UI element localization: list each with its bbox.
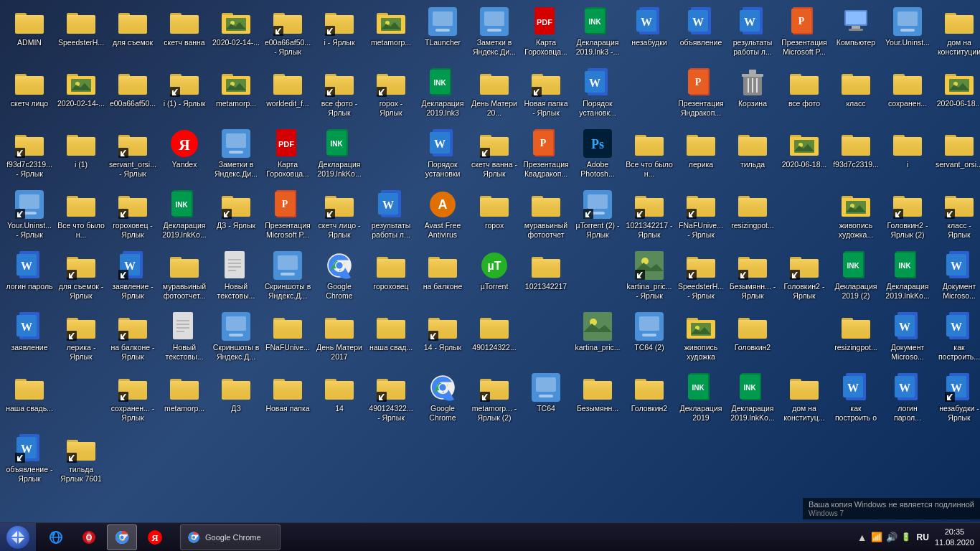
desktop-icon-dlya-syemok[interactable]: для съемок <box>107 4 159 65</box>
tray-network-icon[interactable]: 📶 <box>871 532 882 542</box>
desktop-icon-adobe-photoshop[interactable]: Ps Adobe Photosh... <box>572 126 623 187</box>
desktop-icon-tilda-yarlyk[interactable]: тильда Ярлык 7601 <box>55 430 107 491</box>
desktop-icon-1021342217[interactable]: 1021342217 <box>520 248 572 309</box>
desktop-icon-vse-chto-bylo-n-2[interactable]: Все что было н... <box>55 187 107 248</box>
desktop-icon-1021342217-yarlyk[interactable]: 1021342217 - Ярлык <box>623 187 675 248</box>
desktop-icon-prezentaciya-kvadrakop-1[interactable]: P Презентация Квадракоп... <box>520 126 572 187</box>
desktop-icon-lerika[interactable]: лерика <box>675 126 727 187</box>
desktop-icon-worldedit-f[interactable]: worldedit_f... <box>262 65 314 126</box>
desktop-icon-klass-yarlyk[interactable]: класс - Ярлык <box>933 187 980 248</box>
desktop-icon-deklaraciya-2019-inkko[interactable]: INK Декларация 2019.lnkKo... <box>314 126 365 187</box>
desktop-icon-muraviny-foto-2[interactable]: муравьиный фотоотчет... <box>159 248 210 309</box>
desktop-icon-skech-lico-yarlyk[interactable]: скетч лицо - Ярлык <box>314 187 365 248</box>
desktop-icon-sohranyon[interactable]: сохранен... <box>882 65 933 126</box>
desktop-icon-result-raboty-1[interactable]: W результаты работы л... <box>727 4 778 65</box>
desktop-icon-login-parol[interactable]: W логин пароль <box>4 248 55 309</box>
desktop-icon-prezentaciya-yan[interactable]: P Презентация Яндракоп... <box>675 65 727 126</box>
desktop-icon-google-chrome-2[interactable]: Google Chrome <box>417 369 468 430</box>
desktop-icon-den-materi-2020[interactable]: День Матери 20... <box>468 65 520 126</box>
desktop-icon-dokument-microso-2[interactable]: W Документ Microso... <box>882 309 933 369</box>
desktop-icon-na-balkone[interactable]: на балконе <box>417 248 468 309</box>
taskbar-ie-button[interactable] <box>41 524 71 550</box>
desktop-icon-vse-foto-yarlyk[interactable]: все фото - Ярлык <box>314 65 365 126</box>
desktop-icon-kak-postroit-1[interactable]: W как построить... <box>933 309 980 369</box>
desktop-icon-karta-gorohovca-1[interactable]: PDF Карта Гороховца... <box>520 4 572 65</box>
desktop-icon-deklaraciya-2019-inkko-3[interactable]: INK Декларация 2019.lnkKo... <box>882 248 933 309</box>
desktop-icon-skrinshotyi-yandex-2[interactable]: Скриншоты в Яндекс.Д... <box>210 309 262 369</box>
desktop-icon-novaya-papka[interactable]: Новая папка <box>262 369 314 430</box>
desktop-icon-i-yarlyk[interactable]: i - Ярлык <box>314 4 365 65</box>
desktop-icon-utorrent2-yarlyk[interactable]: µTorrent (2) - Ярлык <box>572 187 623 248</box>
desktop-icon-deklaraciya-2019-2[interactable]: INK Декларация 2019 (2) <box>830 248 882 309</box>
desktop-icon-tilda[interactable]: тильда <box>727 126 778 187</box>
desktop-icon-vse-foto[interactable]: все фото <box>778 65 830 126</box>
desktop-icon-noviy-tekstovy[interactable]: Новый текстовы... <box>210 248 262 309</box>
desktop-icon-skech-lico[interactable]: скетч лицо <box>4 65 55 126</box>
desktop-icon-metamorp-1[interactable]: metamorp... <box>365 4 417 65</box>
tray-battery-icon[interactable]: 🔋 <box>901 532 911 542</box>
desktop-icon-sohranyon-yarlyk[interactable]: сохранен... - Ярлык <box>107 369 159 430</box>
desktop-icon-gorohovets-yarlyk[interactable]: гороховец - Ярлык <box>107 187 159 248</box>
tray-language[interactable]: RU <box>917 532 929 542</box>
desktop-icon-nezabudki[interactable]: W незабудки <box>623 4 675 65</box>
desktop-icon-your-uninst-2[interactable]: Your.Uninst... - Ярлык <box>4 187 55 248</box>
desktop-icon-zametki-yandex-1[interactable]: Заметки в Яндекс.Ди... <box>468 4 520 65</box>
desktop-icon-tlauncher[interactable]: TLauncher <box>417 4 468 65</box>
desktop-icon-deklaraciya-2019-inkko-4[interactable]: INK Декларация 2019.lnkKo... <box>727 369 778 430</box>
desktop-icon-utorrent[interactable]: µT µTorrent <box>468 248 520 309</box>
desktop-icon-fnafunive[interactable]: FNaFUnive... <box>262 309 314 369</box>
start-button[interactable] <box>0 523 36 552</box>
desktop-icon-nasha-svad-1[interactable]: наша свад... <box>365 309 417 369</box>
desktop-icon-speedster-h[interactable]: SpeedsterH... <box>55 4 107 65</box>
desktop-icon-bezymyan-yarlyk[interactable]: Безымянн... - Ярлык <box>727 248 778 309</box>
desktop-icon-prezentaciya-ms-1[interactable]: P Презентация Microsoft P... <box>778 4 830 65</box>
desktop-icon-nasha-svad-2[interactable]: наша свадь... <box>4 369 55 430</box>
desktop-icon-e00a66af50-1[interactable]: e00a66af50... - Ярлык <box>262 4 314 65</box>
desktop-icon-kak-postroit-2[interactable]: W как построить о <box>830 369 882 430</box>
desktop-icon-dom-na-konstitucii-2[interactable]: дом на конституц... <box>778 369 830 430</box>
desktop-icon-deklaraciya-2019-ink3-2[interactable]: INK Декларация 2019.lnk3 <box>417 65 468 126</box>
desktop-icon-14[interactable]: 14 <box>314 369 365 430</box>
desktop-icon-avast[interactable]: A Avast Free Antivirus <box>417 187 468 248</box>
desktop-icon-computer[interactable]: Компьютер <box>830 4 882 65</box>
desktop-icon-poryadok-ustanovki[interactable]: W Порядок установки <box>417 126 468 187</box>
desktop-icon-dlya-syemok-yarlyk[interactable]: для съемок - Ярлык <box>55 248 107 309</box>
desktop-icon-zametki-yandex-2[interactable]: Заметки в Яндекс.Ди... <box>210 126 262 187</box>
desktop-icon-4901243222-2[interactable]: 490124322... - Ярлык <box>365 369 417 430</box>
desktop-icon-login-parol-2[interactable]: W логин парол... <box>882 369 933 430</box>
desktop-icon-novaya-papka-yarlyk[interactable]: Новая папка - Ярлык <box>520 65 572 126</box>
desktop-icon-dz[interactable]: ДЗ <box>210 369 262 430</box>
desktop-icon-deklaraciya-2019-ink3[interactable]: INK Декларация 2019.lnk3 -... <box>572 4 623 65</box>
desktop-icon-metamorp-2[interactable]: metamorp... <box>210 65 262 126</box>
desktop-icon-i1[interactable]: i (1) <box>55 126 107 187</box>
taskbar-opera-button[interactable]: O <box>74 524 104 550</box>
desktop-icon-yandex[interactable]: Я Yandex <box>159 126 210 187</box>
desktop-icon-na-balkone-yarlyk[interactable]: на балконе - Ярлык <box>107 309 159 369</box>
desktop-icon-golovkin2-2[interactable]: Головкин2 <box>727 309 778 369</box>
desktop-icon-poryadok-ustanovk[interactable]: W Порядок установк... <box>572 65 623 126</box>
desktop-icon-den-materi-2017[interactable]: День Матери 2017 <box>314 309 365 369</box>
desktop-icon-obyavlenie-yarlyk[interactable]: W объявление - Ярлык <box>4 430 55 491</box>
desktop-icon-zayavlenie[interactable]: W заявление <box>4 309 55 369</box>
desktop-icon-dokument-microso-1[interactable]: W Документ Microso... <box>933 248 980 309</box>
desktop-icon-f93d7c2319-2[interactable]: f93d7c2319... <box>830 126 882 187</box>
desktop-icon-f93d7c2319-1[interactable]: f93d7c2319... - Ярлык <box>4 126 55 187</box>
desktop-icon-golovkin2-3[interactable]: Головкин2 <box>623 369 675 430</box>
desktop-icon-zayavlenie-yarlyk[interactable]: W заявление - Ярлык <box>107 248 159 309</box>
desktop-icon-zhivopis-hudozhka[interactable]: живопись художка <box>675 309 727 369</box>
desktop-icon-korzina[interactable]: Корзина <box>727 65 778 126</box>
desktop-icon-i2[interactable]: i <box>882 126 933 187</box>
desktop-icon-karta-gorohovca-2[interactable]: PDF Карта Гороховца... <box>262 126 314 187</box>
taskbar-chrome-button[interactable] <box>107 524 137 550</box>
desktop-icon-your-uninst[interactable]: Your.Uninst... <box>882 4 933 65</box>
desktop-icon-2020-02-14-2[interactable]: 2020-02-14-... <box>55 65 107 126</box>
desktop-icon-prezentaciya-ms-2[interactable]: P Презентация Microsoft P... <box>262 187 314 248</box>
desktop-icon-2020-02-14-1[interactable]: 2020-02-14-... <box>210 4 262 65</box>
desktop-icon-kartina-pric-2[interactable]: kartina_pric... <box>572 309 623 369</box>
desktop-icon-result-raboty-2[interactable]: W результаты работы л... <box>365 187 417 248</box>
desktop-icon-dz-yarlyk[interactable]: ДЗ - Ярлык <box>210 187 262 248</box>
desktop-icon-obyavlenie[interactable]: W объявление <box>675 4 727 65</box>
desktop-icon-bezymyan[interactable]: Безымянн... <box>572 369 623 430</box>
taskbar-google-chrome-item[interactable]: Google Chrome <box>180 524 281 550</box>
desktop-icon-resizingpot-1[interactable]: resizingpot... <box>727 187 778 248</box>
